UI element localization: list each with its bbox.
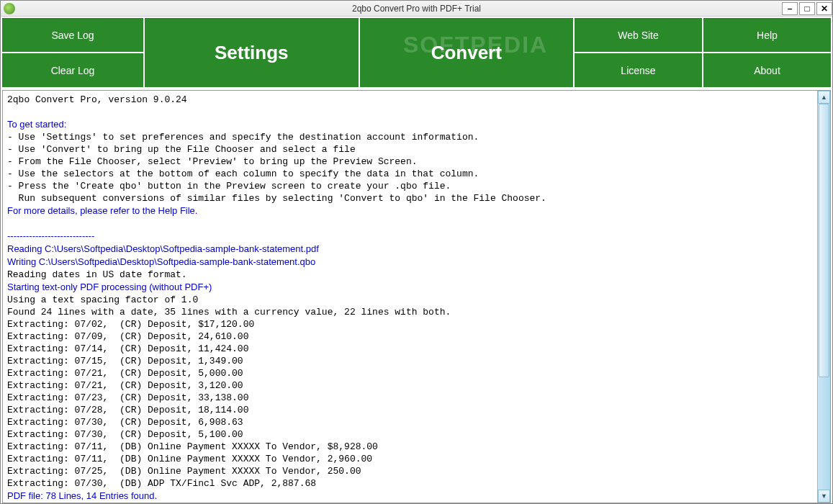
log-line: Extracting: 07/30, (CR) Deposit, 6,908.6… — [7, 417, 243, 428]
about-button[interactable]: About — [703, 53, 831, 87]
log-line: - Use 'Convert' to bring up the File Cho… — [7, 144, 356, 155]
help-button[interactable]: Help — [703, 18, 831, 52]
log-line: - Use 'Settings' to set preferences and … — [7, 132, 479, 143]
close-button[interactable]: ✕ — [816, 2, 832, 15]
maximize-button[interactable]: □ — [799, 2, 815, 15]
log-line: Extracting: 07/23, (CR) Deposit, 33,138.… — [7, 392, 248, 403]
log-line: Run subsequent conversions of similar fi… — [7, 193, 546, 204]
log-writing: Writing C:\Users\Softpedia\Desktop\Softp… — [7, 256, 315, 267]
window-controls: – □ ✕ — [780, 2, 832, 15]
scrollbar[interactable]: ▲ ▼ — [817, 91, 830, 503]
log-line: Extracting: 07/14, (CR) Deposit, 11,424.… — [7, 343, 248, 354]
log-line: Extracting: 07/02, (CR) Deposit, $17,120… — [7, 319, 254, 330]
log-separator: ---------------------------- — [7, 230, 94, 241]
log-line: Extracting: 07/30, (CR) Deposit, 5,100.0… — [7, 429, 243, 440]
log-starting: Starting text-only PDF processing (witho… — [7, 282, 212, 292]
web-site-button[interactable]: Web Site — [575, 18, 702, 52]
convert-button[interactable]: Convert — [360, 18, 574, 87]
license-button[interactable]: License — [575, 53, 702, 87]
log-line: 2qbo Convert Pro, version 9.0.24 — [7, 94, 187, 105]
log-line: Extracting: 07/30, (DB) ADP TX/Fincl Svc… — [7, 478, 316, 489]
log-line: Extracting: 07/09, (CR) Deposit, 24,610.… — [7, 331, 248, 342]
log-line: - Press the 'Create qbo' button in the P… — [7, 181, 451, 192]
log-line: Extracting: 07/11, (DB) Online Payment X… — [7, 441, 378, 452]
log-line: Extracting: 07/15, (CR) Deposit, 1,349.0… — [7, 356, 243, 366]
log-line: Extracting: 07/11, (DB) Online Payment X… — [7, 454, 372, 464]
log-line: Extracting: 07/21, (CR) Deposit, 3,120.0… — [7, 380, 243, 391]
log-line: Extracting: 07/28, (CR) Deposit, 18,114.… — [7, 405, 248, 415]
log-pdf-summary: PDF file: 78 Lines, 14 Entries found. — [7, 490, 157, 501]
log-line: - Use the selectors at the bottom of eac… — [7, 168, 479, 179]
log-line: Extracting: 07/21, (CR) Deposit, 5,000.0… — [7, 368, 243, 379]
log-line: Using a text spacing factor of 1.0 — [7, 294, 198, 305]
minimize-button[interactable]: – — [782, 2, 798, 15]
settings-button[interactable]: Settings — [145, 18, 359, 87]
log-line: - From the File Chooser, select 'Preview… — [7, 156, 418, 167]
titlebar: 2qbo Convert Pro with PDF+ Trial – □ ✕ — [1, 1, 832, 17]
log-output[interactable]: 2qbo Convert Pro, version 9.0.24 To get … — [3, 91, 817, 503]
log-reading: Reading C:\Users\Softpedia\Desktop\Softp… — [7, 243, 319, 254]
app-icon — [4, 3, 15, 14]
clear-log-button[interactable]: Clear Log — [2, 53, 143, 87]
log-header: To get started: — [7, 119, 66, 130]
toolbar: Save Log Clear Log Settings Convert Web … — [1, 17, 832, 89]
log-line: Found 24 lines with a date, 35 lines wit… — [7, 307, 451, 318]
save-log-button[interactable]: Save Log — [2, 18, 143, 52]
log-link: For more details, please refer to the He… — [7, 205, 197, 216]
log-container: 2qbo Convert Pro, version 9.0.24 To get … — [2, 90, 831, 503]
scroll-down-button[interactable]: ▼ — [818, 490, 830, 503]
scroll-up-button[interactable]: ▲ — [818, 91, 830, 104]
log-line: Extracting: 07/25, (DB) Online Payment X… — [7, 466, 361, 477]
window-title: 2qbo Convert Pro with PDF+ Trial — [352, 4, 481, 14]
log-line: Reading dates in US date format. — [7, 269, 187, 280]
scroll-thumb[interactable] — [819, 104, 829, 377]
